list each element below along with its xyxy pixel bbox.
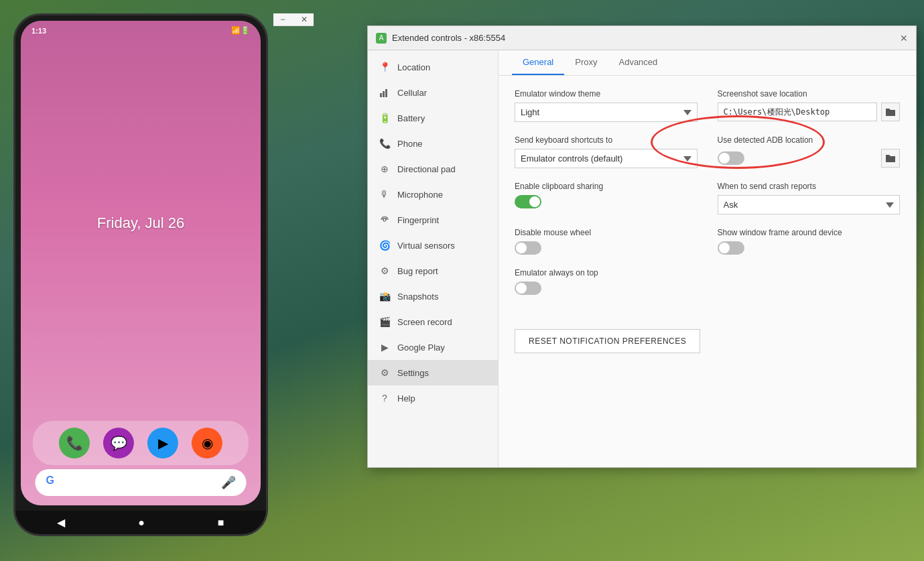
google-mic-icon: 🎤 [221,475,236,490]
screenshot-path-input[interactable] [718,103,878,121]
sidebar-item-phone[interactable]: 📞 Phone [368,131,498,156]
tab-advanced[interactable]: Advanced [608,50,668,75]
phone-dock: 📞 💬 ▶ ◉ [33,421,249,465]
phone-recents-btn[interactable]: ■ [218,517,224,529]
sidebar-label-bug-report: Bug report [397,266,438,276]
microphone-icon: 🎙 [379,188,391,200]
screenshot-folder-browse-btn[interactable] [881,103,900,121]
phone-icon[interactable]: 📞 [59,428,90,458]
tab-general[interactable]: General [512,50,564,75]
screenshot-save-location-label: Screenshot save location [718,89,901,99]
phone-status-icons: 📶🔋 [231,26,250,35]
sidebar-item-google-play[interactable]: ▶ Google Play [368,334,498,360]
always-on-top-setting: Emulator always on top [515,268,698,295]
phone-time: 1:13 [31,27,46,35]
sidebar-item-screen-record[interactable]: 🎬 Screen record [368,309,498,334]
sidebar-item-microphone[interactable]: 🎙 Microphone [368,182,498,207]
keyboard-shortcuts-setting: Send keyboard shortcuts to Emulator cont… [515,135,698,168]
sidebar-item-battery[interactable]: 🔋 Battery [368,105,498,131]
emulator-window-theme-select[interactable]: Light Dark System default [515,103,698,122]
settings-icon: ⚙ [379,367,391,379]
sidebar-item-snapshots[interactable]: 📸 Snapshots [368,284,498,309]
sidebar-label-help: Help [397,393,415,403]
adb-location-label: Use detected ADB location [718,135,901,145]
tab-proxy[interactable]: Proxy [564,50,608,75]
reset-btn-container: RESET NOTIFICATION PREFERENCES [515,322,900,353]
sidebar-item-help[interactable]: ? Help [368,385,498,411]
svg-point-3 [383,219,386,221]
location-icon: 📍 [379,61,391,73]
phone-device: 1:13 📶🔋 Friday, Jul 26 📞 💬 ▶ ◉ G 🎤 ◀ ● ■ [13,13,268,536]
sidebar-item-cellular[interactable]: Cellular [368,80,498,105]
emu-toolbar-container: − ✕ ⏻ 🔊 🔉 ↺ ↻ 📷 🔍 ◀ ○ □ ••• [273,13,314,26]
show-window-frame-toggle[interactable] [718,241,744,255]
settings-grid: Emulator window theme Light Dark System … [515,89,900,353]
sidebar-label-cellular: Cellular [397,88,427,98]
ext-close-button[interactable]: ✕ [900,33,908,44]
ext-title-text: Extended controls - x86:5554 [392,33,505,43]
svg-rect-1 [383,91,385,97]
phone-icon: 📞 [379,137,391,149]
adb-folder-browse-btn[interactable] [881,149,900,168]
sidebar-item-settings[interactable]: ⚙ Settings [368,360,498,385]
screen-record-icon: 🎬 [379,316,391,328]
battery-icon: 🔋 [379,112,391,124]
settings-divider [515,308,900,309]
crash-reports-select[interactable]: Ask Always Never [718,195,901,214]
ext-title-bar: A Extended controls - x86:5554 ✕ [368,26,916,50]
always-on-top-toggle[interactable] [515,282,541,295]
screenshot-path-row [718,103,901,121]
sidebar-label-screen-record: Screen record [397,317,452,327]
sidebar-label-fingerprint: Fingerprint [397,215,439,225]
show-window-frame-label: Show window frame around device [718,228,901,237]
sidebar-label-virtual-sensors: Virtual sensors [397,241,455,251]
sidebar-label-snapshots: Snapshots [397,292,438,302]
google-g-icon: G [46,475,62,491]
chrome-icon[interactable]: ◉ [192,428,222,458]
phone-date: Friday, Jul 26 [97,214,184,232]
help-icon: ? [379,392,391,404]
emu-minimize-btn[interactable]: − [277,15,288,24]
disable-mouse-wheel-label: Disable mouse wheel [515,228,698,237]
sidebar-item-fingerprint[interactable]: Fingerprint [368,207,498,233]
virtual-sensors-icon: 🌀 [379,239,391,251]
sidebar-label-google-play: Google Play [397,342,445,353]
clipboard-sharing-setting: Enable clipboard sharing [515,182,698,214]
clipboard-sharing-toggle[interactable] [515,195,541,208]
disable-mouse-wheel-setting: Disable mouse wheel [515,228,698,255]
emulator-window-theme-setting: Emulator window theme Light Dark System … [515,89,698,122]
sidebar-label-battery: Battery [397,113,425,123]
ext-app-icon: A [376,33,387,44]
disable-mouse-wheel-toggle[interactable] [515,241,541,255]
sidebar-item-location[interactable]: 📍 Location [368,54,498,80]
sidebar-item-dpad[interactable]: ⊕ Directional pad [368,156,498,182]
crash-reports-label: When to send crash reports [718,182,901,191]
phone-screen: 1:13 📶🔋 Friday, Jul 26 📞 💬 ▶ ◉ G 🎤 [21,21,261,505]
emu-title-bar: − ✕ [273,13,314,26]
svg-rect-2 [385,89,387,97]
reset-notification-preferences-button[interactable]: RESET NOTIFICATION PREFERENCES [515,329,700,353]
sidebar-item-virtual-sensors[interactable]: 🌀 Virtual sensors [368,233,498,258]
phone-nav-bar: ◀ ● ■ [15,511,266,534]
snapshots-icon: 📸 [379,290,391,302]
adb-location-setting: Use detected ADB location [718,135,901,168]
cellular-icon [379,86,391,99]
keyboard-shortcuts-select[interactable]: Emulator controls (default) [515,149,698,168]
adb-location-toggle[interactable] [718,151,744,165]
extended-controls-window: A Extended controls - x86:5554 ✕ 📍 Locat… [367,25,917,468]
phone-search-bar[interactable]: G 🎤 [35,469,246,496]
playstore-icon[interactable]: ▶ [147,428,178,458]
svg-rect-0 [380,93,382,97]
ext-sidebar: 📍 Location Cellular 🔋 Battery 📞 Phone ⊕ … [368,50,499,467]
settings-content: Emulator window theme Light Dark System … [499,76,916,467]
fingerprint-icon [379,214,391,226]
emu-close-btn[interactable]: ✕ [299,15,310,24]
clipboard-sharing-label: Enable clipboard sharing [515,182,698,191]
sidebar-label-dpad: Directional pad [397,164,456,174]
messages-icon[interactable]: 💬 [103,428,134,458]
always-on-top-label: Emulator always on top [515,268,698,277]
phone-back-btn[interactable]: ◀ [57,516,65,529]
sidebar-label-settings: Settings [397,368,429,378]
sidebar-item-bug-report[interactable]: ⚙ Bug report [368,258,498,284]
phone-home-btn[interactable]: ● [138,517,145,529]
